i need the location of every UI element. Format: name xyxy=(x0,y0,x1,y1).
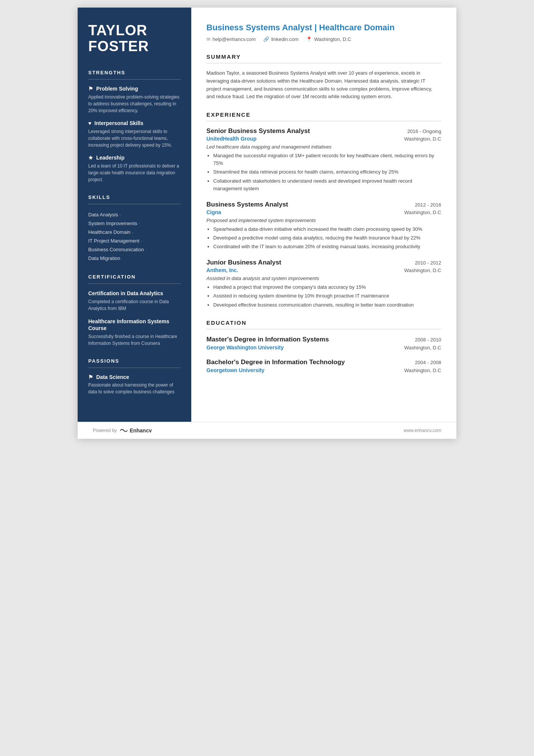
exp-job-1: Senior Business Systems Analyst 2016 - O… xyxy=(206,127,441,193)
content-header: Business Systems Analyst | Healthcare Do… xyxy=(206,23,441,42)
skill-it-project-mgmt: IT Project Management xyxy=(88,236,181,245)
location-icon: 📍 xyxy=(306,36,312,42)
bullet-item: Managed the successful migration of 1M+ … xyxy=(213,152,441,167)
strength-interpersonal: ♥ Interpersonal Skills Leveraged strong … xyxy=(88,120,181,149)
exp-job-2: Business Systems Analyst 2012 - 2016 Cig… xyxy=(206,201,441,250)
certification-section: CERTIFICATION Certification in Data Anal… xyxy=(88,274,181,347)
cert-healthcare-info: Healthcare Information Systems Course Su… xyxy=(88,318,181,347)
bullet-item: Collaborated with stakeholders to unders… xyxy=(213,177,441,193)
contact-row: ✉ help@enhancv.com 🔗 linkedin.com 📍 Wash… xyxy=(206,36,441,42)
summary-text: Madison Taylor, a seasoned Business Syst… xyxy=(206,69,441,101)
experience-section: EXPERIENCE Senior Business Systems Analy… xyxy=(206,111,441,309)
exp-job-2-bullets: Spearheaded a data-driven initiative whi… xyxy=(206,225,441,250)
strengths-section: STRENGTHS ⚑ Problem Solving Applied inno… xyxy=(88,70,181,183)
footer-website: www.enhancv.com xyxy=(404,428,441,433)
strengths-title: STRENGTHS xyxy=(88,70,181,75)
main-content: Business Systems Analyst | Healthcare Do… xyxy=(191,8,456,422)
heart-icon: ♥ xyxy=(88,120,91,126)
skills-title: SKILLS xyxy=(88,194,181,200)
skill-system-improvements: System Improvements xyxy=(88,219,181,228)
bullet-item: Handled a project that improved the comp… xyxy=(213,283,441,291)
link-icon: 🔗 xyxy=(263,36,269,42)
resume-footer: Powered by Enhancv www.enhancv.com xyxy=(78,422,456,439)
edu-degree-2: Bachelor's Degree in Information Technol… xyxy=(206,358,441,373)
exp-job-3: Junior Business Analyst 2010 - 2012 Anth… xyxy=(206,259,441,308)
exp-job-1-bullets: Managed the successful migration of 1M+ … xyxy=(206,152,441,193)
bullet-item: Assisted in reducing system downtime by … xyxy=(213,292,441,300)
email-icon: ✉ xyxy=(206,36,211,42)
experience-title: EXPERIENCE xyxy=(206,111,441,118)
skill-data-analysis: Data Analysis xyxy=(88,210,181,219)
logo-icon xyxy=(120,428,128,433)
flag-icon: ⚑ xyxy=(88,86,93,92)
exp-job-3-bullets: Handled a project that improved the comp… xyxy=(206,283,441,308)
email-contact: ✉ help@enhancv.com xyxy=(206,36,256,42)
summary-title: SUMMARY xyxy=(206,53,441,60)
flag2-icon: ⚑ xyxy=(88,374,93,380)
cert-data-analytics: Certification in Data Analytics Complete… xyxy=(88,290,181,312)
sidebar: TAYLOR FOSTER STRENGTHS ⚑ Problem Solvin… xyxy=(78,8,191,422)
summary-section: SUMMARY Madison Taylor, a seasoned Busin… xyxy=(206,53,441,101)
strength-problem-solving: ⚑ Problem Solving Applied innovative pro… xyxy=(88,86,181,114)
candidate-name: TAYLOR FOSTER xyxy=(88,23,181,55)
passions-title: PASSIONS xyxy=(88,358,181,364)
bullet-item: Coordinated with the IT team to automate… xyxy=(213,243,441,250)
skills-section: SKILLS Data Analysis System Improvements… xyxy=(88,194,181,263)
skill-healthcare-domain: Healthcare Domain xyxy=(88,228,181,236)
resume-main: TAYLOR FOSTER STRENGTHS ⚑ Problem Solvin… xyxy=(78,8,456,422)
location-contact: 📍 Washington, D.C xyxy=(306,36,351,42)
linkedin-contact: 🔗 linkedin.com xyxy=(263,36,298,42)
enhancv-logo: Enhancv xyxy=(120,427,151,434)
job-title: Business Systems Analyst | Healthcare Do… xyxy=(206,23,441,33)
star-icon: ★ xyxy=(88,155,93,161)
footer-left: Powered by Enhancv xyxy=(93,427,152,434)
education-title: EDUCATION xyxy=(206,319,441,326)
bullet-item: Developed a predictive model using data … xyxy=(213,234,441,242)
resume-wrapper: TAYLOR FOSTER STRENGTHS ⚑ Problem Solvin… xyxy=(78,8,456,439)
certification-title: CERTIFICATION xyxy=(88,274,181,280)
bullet-item: Spearheaded a data-driven initiative whi… xyxy=(213,225,441,233)
passions-section: PASSIONS ⚑ Data Science Passionate about… xyxy=(88,358,181,395)
passion-data-science: ⚑ Data Science Passionate about harnessi… xyxy=(88,374,181,395)
skill-business-comm: Business Communication xyxy=(88,245,181,254)
education-section: EDUCATION Master's Degree in Information… xyxy=(206,319,441,373)
skill-data-migration: Data Migration xyxy=(88,254,181,263)
edu-degree-1: Master's Degree in Information Systems 2… xyxy=(206,335,441,351)
bullet-item: Developed effective business communicati… xyxy=(213,301,441,309)
strength-leadership: ★ Leadership Led a team of 10 IT profess… xyxy=(88,155,181,183)
powered-by-label: Powered by xyxy=(93,428,117,433)
bullet-item: Streamlined the data retrieval process f… xyxy=(213,168,441,176)
